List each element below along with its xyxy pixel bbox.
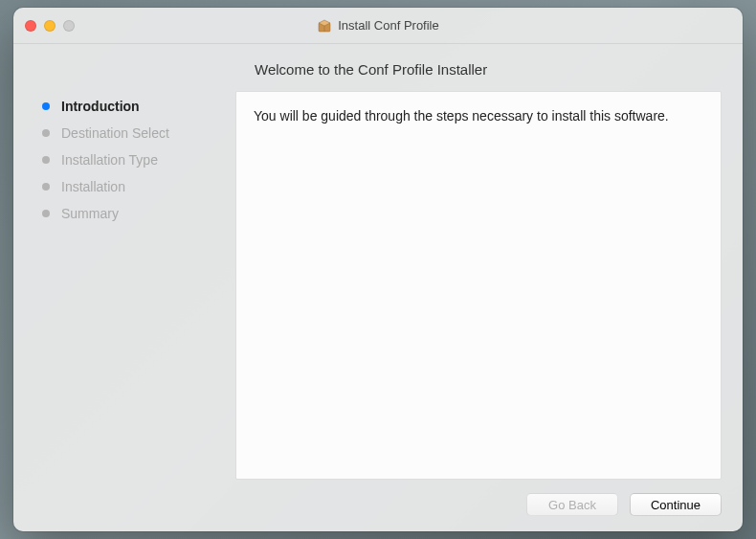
step-label: Destination Select [61,125,169,141]
step-label: Installation [61,179,125,194]
step-summary: Summary [42,200,235,227]
bullet-icon [42,183,50,191]
svg-rect-0 [319,23,330,32]
bullet-icon [42,129,50,137]
content-body-text: You will be guided through the steps nec… [254,107,703,126]
content-row: Introduction Destination Select Installa… [34,91,722,480]
button-row: Go Back Continue [34,493,722,516]
step-label: Installation Type [61,152,158,168]
window-title-wrap: Install Conf Profile [13,18,743,34]
close-button[interactable] [25,20,36,32]
bullet-icon [42,156,50,164]
continue-button[interactable]: Continue [630,493,722,516]
bullet-icon [42,210,50,217]
maximize-button [63,20,75,32]
titlebar: Install Conf Profile [13,8,743,44]
step-destination-select: Destination Select [42,120,235,146]
installer-window: Install Conf Profile Welcome to the Conf… [13,8,743,531]
step-introduction: Introduction [42,93,235,120]
package-icon [317,18,332,34]
go-back-button: Go Back [526,493,618,516]
window-controls [25,20,75,32]
window-title: Install Conf Profile [338,18,439,33]
window-body: Welcome to the Conf Profile Installer In… [13,44,743,531]
step-label: Introduction [61,99,140,114]
sidebar: Introduction Destination Select Installa… [34,91,235,480]
bullet-icon [42,102,50,110]
page-heading: Welcome to the Conf Profile Installer [255,61,722,78]
step-installation-type: Installation Type [42,146,235,173]
step-label: Summary [61,206,119,221]
content-panel: You will be guided through the steps nec… [235,91,722,480]
step-installation: Installation [42,173,235,200]
minimize-button[interactable] [44,20,56,32]
